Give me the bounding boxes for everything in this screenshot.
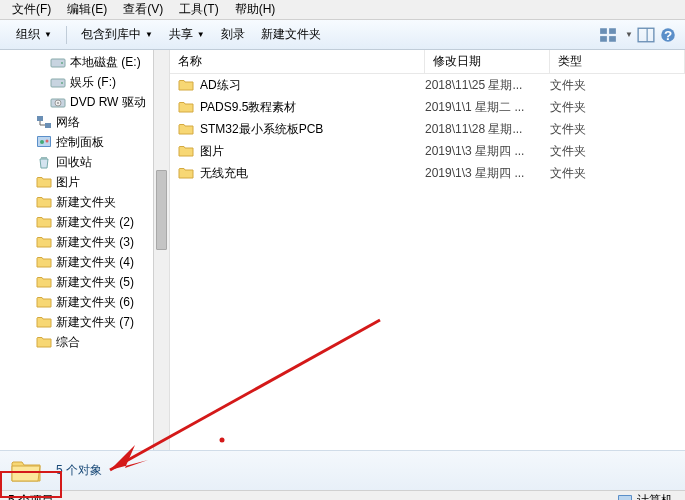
details-pane: 5 个对象 [0, 450, 685, 490]
tree-item-label: 图片 [56, 174, 80, 191]
preview-pane-icon[interactable] [637, 26, 655, 44]
tree-item[interactable]: 娱乐 (F:) [0, 72, 169, 92]
tree-item[interactable]: 新建文件夹 (6) [0, 292, 169, 312]
folder-icon [36, 314, 52, 330]
folder-icon [36, 274, 52, 290]
new-folder-button[interactable]: 新建文件夹 [253, 23, 329, 46]
svg-rect-21 [41, 157, 47, 159]
tree-item[interactable]: 回收站 [0, 152, 169, 172]
folder-icon [178, 165, 194, 181]
folder-icon [36, 214, 52, 230]
tree-item[interactable]: 本地磁盘 (E:) [0, 52, 169, 72]
statusbar: 5 个项目 计算机 [0, 490, 685, 500]
svg-text:?: ? [664, 27, 672, 42]
drive-icon [50, 74, 66, 90]
status-item-count: 5 个项目 [4, 492, 58, 500]
file-row[interactable]: 无线充电2019\1\3 星期四 ...文件夹 [170, 162, 685, 184]
tree-item[interactable]: DVD RW 驱动 [0, 92, 169, 112]
file-row[interactable]: STM32最小系统板PCB2018\11\28 星期...文件夹 [170, 118, 685, 140]
file-type: 文件夹 [550, 99, 586, 116]
tree-item[interactable]: 新建文件夹 (2) [0, 212, 169, 232]
tree-item-label: 回收站 [56, 154, 92, 171]
network-icon [36, 114, 52, 130]
tree-item[interactable]: 新建文件夹 (7) [0, 312, 169, 332]
svg-rect-15 [37, 116, 43, 121]
tree-item-label: 新建文件夹 (2) [56, 214, 134, 231]
view-options-icon[interactable] [599, 26, 617, 44]
chevron-down-icon[interactable]: ▼ [625, 30, 633, 39]
menu-file[interactable]: 文件(F) [4, 0, 59, 20]
file-date: 2019\1\3 星期四 ... [425, 143, 550, 160]
svg-rect-16 [45, 123, 51, 128]
tree-item-label: 新建文件夹 (4) [56, 254, 134, 271]
burn-button[interactable]: 刻录 [213, 23, 253, 46]
drive-icon [50, 54, 66, 70]
file-row[interactable]: AD练习2018\11\25 星期...文件夹 [170, 74, 685, 96]
folder-icon [36, 334, 52, 350]
svg-rect-2 [600, 36, 607, 42]
tree-item-label: DVD RW 驱动 [70, 94, 146, 111]
header-date[interactable]: 修改日期 [425, 50, 550, 73]
folder-icon [36, 254, 52, 270]
file-date: 2019\1\1 星期二 ... [425, 99, 550, 116]
file-name: PADS9.5教程素材 [200, 99, 296, 116]
tree-item-label: 控制面板 [56, 134, 104, 151]
toolbar: 组织 ▼ 包含到库中 ▼ 共享 ▼ 刻录 新建文件夹 ▼ ? [0, 20, 685, 50]
tree-item[interactable]: 新建文件夹 [0, 192, 169, 212]
main-area: 本地磁盘 (E:)娱乐 (F:)DVD RW 驱动网络控制面板回收站图片新建文件… [0, 50, 685, 450]
tree-item-label: 新建文件夹 (5) [56, 274, 134, 291]
svg-rect-0 [600, 28, 607, 34]
folder-icon [36, 294, 52, 310]
help-icon[interactable]: ? [659, 26, 677, 44]
details-caption: 5 个对象 [56, 462, 102, 479]
svg-point-20 [46, 140, 49, 143]
separator [66, 26, 67, 44]
include-library-label: 包含到库中 [81, 26, 141, 43]
tree-item[interactable]: 新建文件夹 (5) [0, 272, 169, 292]
tree-item[interactable]: 图片 [0, 172, 169, 192]
burn-label: 刻录 [221, 26, 245, 43]
file-type: 文件夹 [550, 77, 586, 94]
file-list-area: 名称 修改日期 类型 AD练习2018\11\25 星期...文件夹PADS9.… [170, 50, 685, 450]
file-row[interactable]: PADS9.5教程素材2019\1\1 星期二 ...文件夹 [170, 96, 685, 118]
header-type[interactable]: 类型 [550, 50, 685, 73]
menu-view[interactable]: 查看(V) [115, 0, 171, 20]
file-row[interactable]: 图片2019\1\3 星期四 ...文件夹 [170, 140, 685, 162]
menu-tools[interactable]: 工具(T) [171, 0, 226, 20]
file-type: 文件夹 [550, 143, 586, 160]
dvd-icon [50, 94, 66, 110]
chevron-down-icon: ▼ [197, 30, 205, 39]
nav-tree: 本地磁盘 (E:)娱乐 (F:)DVD RW 驱动网络控制面板回收站图片新建文件… [0, 50, 170, 450]
computer-icon [617, 494, 633, 501]
svg-point-11 [61, 82, 63, 84]
chevron-down-icon: ▼ [44, 30, 52, 39]
tree-item[interactable]: 控制面板 [0, 132, 169, 152]
file-name: AD练习 [200, 77, 241, 94]
file-date: 2019\1\3 星期四 ... [425, 165, 550, 182]
tree-item[interactable]: 新建文件夹 (3) [0, 232, 169, 252]
folder-icon [178, 143, 194, 159]
scrollbar-vertical[interactable] [153, 50, 169, 450]
menu-edit[interactable]: 编辑(E) [59, 0, 115, 20]
tree-item[interactable]: 网络 [0, 112, 169, 132]
svg-point-14 [57, 102, 59, 104]
folder-icon [10, 455, 42, 487]
folder-icon [36, 174, 52, 190]
tree-item-label: 新建文件夹 [56, 194, 116, 211]
tree-item[interactable]: 新建文件夹 (4) [0, 252, 169, 272]
file-name: 无线充电 [200, 165, 248, 182]
folder-icon [36, 194, 52, 210]
svg-point-19 [40, 140, 44, 144]
scrollbar-thumb[interactable] [156, 170, 167, 250]
share-button[interactable]: 共享 ▼ [161, 23, 213, 46]
menubar: 文件(F) 编辑(E) 查看(V) 工具(T) 帮助(H) [0, 0, 685, 20]
file-name: STM32最小系统板PCB [200, 121, 323, 138]
menu-help[interactable]: 帮助(H) [227, 0, 284, 20]
header-name[interactable]: 名称 [170, 50, 425, 73]
tree-item[interactable]: 综合 [0, 332, 169, 352]
svg-point-9 [61, 62, 63, 64]
organize-button[interactable]: 组织 ▼ [8, 23, 60, 46]
tree-item-label: 新建文件夹 (7) [56, 314, 134, 331]
file-type: 文件夹 [550, 121, 586, 138]
include-library-button[interactable]: 包含到库中 ▼ [73, 23, 161, 46]
